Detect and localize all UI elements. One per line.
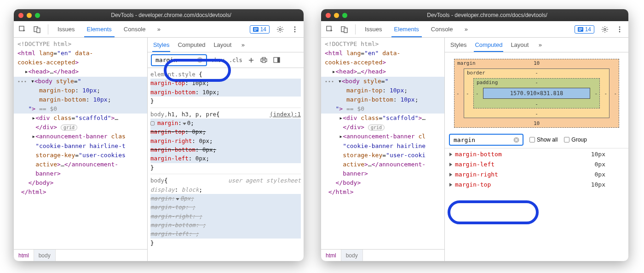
titlebar[interactable]: DevTools - developer.chrome.com/docs/dev…: [14, 9, 304, 21]
bm-border-right[interactable]: -: [604, 91, 607, 97]
dom-div-close[interactable]: </div> grid: [14, 123, 147, 132]
kebab-icon[interactable]: [615, 25, 624, 34]
dom-html-close[interactable]: </html>: [321, 188, 444, 197]
bm-border-left[interactable]: -: [466, 91, 469, 97]
gear-icon[interactable]: [601, 25, 609, 34]
bm-margin-left[interactable]: -: [456, 91, 460, 97]
new-rule-icon[interactable]: [247, 56, 255, 64]
subtab-layout[interactable]: Layout: [213, 39, 232, 51]
dom-body-close[interactable]: </body>: [321, 178, 444, 188]
minimize-dot[interactable]: [27, 13, 32, 18]
bm-pad-top[interactable]: -: [535, 80, 538, 85]
dom-body-open-end[interactable]: "> == $0: [14, 104, 147, 114]
titlebar[interactable]: DevTools - developer.chrome.com/docs/dev…: [321, 9, 628, 21]
device-icon[interactable]: [340, 25, 349, 34]
dom-html-open2[interactable]: cookies-accepted>: [321, 58, 444, 67]
breadcrumbs[interactable]: html body: [14, 249, 147, 261]
zoom-dot[interactable]: [35, 13, 40, 18]
rule-body-ua[interactable]: body { user agent stylesheet display: bl…: [150, 174, 301, 249]
dom-ann2[interactable]: "cookie-banner hairline: [321, 142, 444, 151]
dom-div[interactable]: ▸<div class="scaffold">…: [14, 114, 147, 123]
minimize-dot[interactable]: [334, 13, 339, 18]
bm-pad-right[interactable]: -: [594, 91, 598, 97]
zoom-dot[interactable]: [342, 13, 347, 18]
bm-pad-bottom[interactable]: -: [535, 101, 538, 107]
dom-html-open2[interactable]: cookies-accepted>: [14, 58, 147, 67]
inspect-icon[interactable]: [18, 25, 27, 34]
dom-body-style1[interactable]: margin-top: 10px;: [321, 86, 444, 95]
subtab-styles[interactable]: Styles: [449, 39, 467, 51]
dom-body-open-end[interactable]: "> == $0: [321, 104, 444, 114]
styles-rules[interactable]: element.style { margin-top: 10px; margin…: [148, 68, 304, 261]
bm-border-top[interactable]: -: [535, 70, 538, 76]
dom-body-style2[interactable]: margin-bottom: 10px;: [14, 95, 147, 104]
more-tabs-icon[interactable]: »: [462, 25, 470, 34]
computed-list[interactable]: margin-bottom10px margin-left0px margin-…: [445, 148, 628, 191]
computed-row[interactable]: margin-right0px: [449, 170, 624, 180]
bm-border-bottom[interactable]: -: [535, 111, 538, 117]
dom-body-style1[interactable]: margin-top: 10px;: [14, 86, 147, 95]
dom-div[interactable]: ▸<div class="scaffold">…: [321, 114, 444, 123]
computed-filter-box[interactable]: [449, 134, 523, 145]
dom-ann2[interactable]: "cookie-banner hairline-t: [14, 142, 147, 151]
dom-div-close[interactable]: </div> grid: [321, 123, 444, 132]
bm-pad-left[interactable]: -: [476, 91, 479, 97]
print-icon[interactable]: [260, 56, 268, 64]
dom-head[interactable]: ▸<head>…</head>: [321, 67, 444, 76]
computed-row[interactable]: margin-left0px: [449, 159, 624, 170]
panel-toggle-icon[interactable]: [273, 56, 281, 64]
cls-toggle[interactable]: .cls: [229, 57, 242, 63]
styles-filter-box[interactable]: [151, 55, 207, 66]
subtab-computed[interactable]: Computed: [474, 39, 503, 52]
close-dot[interactable]: [18, 13, 23, 18]
more-tabs-icon[interactable]: »: [155, 25, 163, 34]
dom-ann1[interactable]: ▸<announcement-banner clas: [14, 132, 147, 141]
dom-head[interactable]: ▸<head>…</head>: [14, 67, 147, 76]
subtab-computed[interactable]: Computed: [177, 39, 206, 51]
dom-ann5[interactable]: banner>: [14, 169, 147, 178]
grid-pill[interactable]: grid: [368, 125, 385, 131]
bm-margin-right[interactable]: -: [614, 91, 617, 97]
crumb-html[interactable]: html: [14, 250, 34, 261]
dom-ann5[interactable]: banner>: [321, 169, 444, 178]
tab-console[interactable]: Console: [121, 22, 149, 36]
close-dot[interactable]: [326, 13, 331, 18]
box-model[interactable]: margin 10 10 - - border - - - - padding …: [445, 52, 628, 131]
bm-margin-top[interactable]: 10: [534, 60, 540, 66]
inspect-icon[interactable]: [326, 25, 334, 34]
dom-body-close[interactable]: </body>: [14, 178, 147, 188]
show-all-checkbox[interactable]: Show all: [529, 136, 558, 143]
group-checkbox[interactable]: Group: [564, 136, 586, 143]
dom-body-open[interactable]: ••• ▾<body style=": [14, 77, 147, 86]
dom-ann1[interactable]: ▸<announcement-banner cl: [321, 132, 444, 141]
crumb-html[interactable]: html: [321, 250, 341, 261]
dom-html-close[interactable]: </html>: [14, 188, 147, 197]
styles-filter-input[interactable]: [155, 56, 194, 64]
device-icon[interactable]: [33, 25, 41, 34]
dom-body-style2[interactable]: margin-bottom: 10px;: [321, 95, 444, 104]
kebab-icon[interactable]: [291, 25, 299, 34]
dom-ann3[interactable]: storage-key="user-cookies: [14, 151, 147, 160]
dom-tree[interactable]: <!DOCTYPE html> <html lang="en" data- co…: [321, 38, 444, 249]
dom-body-open[interactable]: ••• ▾<body style=": [321, 77, 444, 86]
bm-content-size[interactable]: 1570.910×831.818: [483, 88, 590, 99]
tab-issues[interactable]: Issues: [55, 22, 78, 36]
dom-ann4[interactable]: active>…</announcement-: [14, 160, 147, 169]
subtab-styles[interactable]: Styles: [152, 39, 170, 52]
computed-row[interactable]: margin-bottom10px: [449, 149, 624, 159]
gear-icon[interactable]: [276, 25, 284, 34]
grid-pill[interactable]: grid: [61, 125, 77, 131]
subtab-layout[interactable]: Layout: [510, 39, 529, 51]
issues-badge[interactable]: 14: [250, 25, 270, 34]
subtab-more-icon[interactable]: »: [536, 41, 544, 49]
computed-row[interactable]: margin-top10px: [449, 180, 624, 190]
clear-filter-icon[interactable]: [197, 56, 203, 64]
computed-filter-input[interactable]: [453, 136, 510, 144]
bm-margin-bottom[interactable]: 10: [534, 120, 540, 126]
issues-badge[interactable]: 14: [575, 25, 594, 34]
tab-elements[interactable]: Elements: [391, 22, 422, 37]
dom-ann4[interactable]: active>…</announcement-: [321, 160, 444, 169]
crumb-body[interactable]: body: [34, 250, 56, 261]
rule-source-index[interactable]: (index):1: [270, 110, 301, 119]
clear-filter-icon[interactable]: [513, 136, 520, 144]
